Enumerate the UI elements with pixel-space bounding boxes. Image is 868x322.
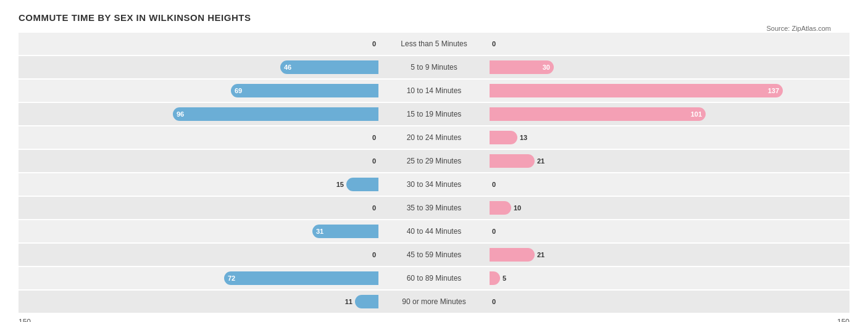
female-value-zero: 0 bbox=[492, 40, 496, 47]
male-value: 11 bbox=[345, 298, 353, 305]
male-value-zero: 0 bbox=[372, 204, 376, 212]
male-value-inside: 69 bbox=[231, 87, 242, 94]
male-value-zero: 0 bbox=[372, 40, 376, 47]
source-label: Source: ZipAtlas.com bbox=[766, 25, 831, 32]
female-bar bbox=[490, 131, 517, 144]
female-bar bbox=[490, 201, 511, 215]
male-value-zero: 0 bbox=[372, 157, 376, 165]
female-value-inside: 101 bbox=[691, 110, 706, 118]
female-value: 21 bbox=[537, 251, 545, 258]
male-bar: 72 bbox=[224, 271, 378, 285]
male-value-inside: 96 bbox=[173, 110, 184, 118]
male-value-inside: 46 bbox=[280, 64, 291, 71]
chart-row: 0Less than 5 Minutes0 bbox=[19, 33, 849, 55]
male-bar: 46 bbox=[280, 60, 378, 74]
row-label: 60 to 89 Minutes bbox=[378, 274, 490, 283]
chart-row: 1190 or more Minutes0 bbox=[19, 291, 849, 313]
chart-row: 020 to 24 Minutes13 bbox=[19, 126, 849, 149]
female-value: 13 bbox=[520, 134, 527, 141]
female-bar bbox=[490, 154, 535, 168]
row-label: Less than 5 Minutes bbox=[378, 39, 490, 48]
female-bar bbox=[490, 248, 535, 262]
female-value-zero: 0 bbox=[492, 181, 496, 188]
male-bar bbox=[355, 295, 378, 308]
female-value-zero: 0 bbox=[492, 298, 496, 305]
chart-row: 1530 to 34 Minutes0 bbox=[19, 173, 849, 196]
male-bar: 31 bbox=[312, 225, 378, 238]
female-value: 10 bbox=[514, 204, 521, 212]
row-label: 15 to 19 Minutes bbox=[378, 110, 490, 118]
chart-title: COMMUTE TIME BY SEX IN WILKINSON HEIGHTS bbox=[19, 12, 849, 23]
chart-row: 035 to 39 Minutes10 bbox=[19, 197, 849, 219]
row-label: 35 to 39 Minutes bbox=[378, 204, 490, 212]
male-value-zero: 0 bbox=[372, 134, 376, 141]
row-label: 5 to 9 Minutes bbox=[378, 63, 490, 72]
chart-row: 6910 to 14 Minutes137 bbox=[19, 80, 849, 102]
chart-row: 7260 to 89 Minutes5 bbox=[19, 267, 849, 289]
female-bar: 101 bbox=[490, 107, 706, 121]
row-label: 30 to 34 Minutes bbox=[378, 180, 490, 189]
male-value-inside: 72 bbox=[224, 275, 235, 282]
row-label: 25 to 29 Minutes bbox=[378, 157, 490, 165]
female-value: 5 bbox=[503, 275, 506, 282]
chart-row: 465 to 9 Minutes30 bbox=[19, 56, 849, 78]
female-bar bbox=[490, 271, 500, 285]
female-value-inside: 137 bbox=[768, 87, 783, 94]
axis-left: 150 bbox=[19, 318, 434, 322]
female-value: 21 bbox=[537, 157, 545, 165]
chart-row: 9615 to 19 Minutes101 bbox=[19, 103, 849, 125]
row-label: 20 to 24 Minutes bbox=[378, 133, 490, 142]
male-bar: 69 bbox=[231, 84, 378, 97]
female-bar: 30 bbox=[490, 60, 554, 74]
row-label: 10 to 14 Minutes bbox=[378, 86, 490, 95]
row-label: 40 to 44 Minutes bbox=[378, 227, 490, 236]
chart-row: 045 to 59 Minutes21 bbox=[19, 244, 849, 266]
chart-area: 0Less than 5 Minutes0465 to 9 Minutes306… bbox=[19, 33, 849, 313]
row-label: 90 or more Minutes bbox=[378, 297, 490, 306]
female-bar: 137 bbox=[490, 84, 783, 97]
female-value-inside: 30 bbox=[543, 64, 554, 71]
chart-row: 025 to 29 Minutes21 bbox=[19, 150, 849, 172]
male-bar: 96 bbox=[173, 107, 378, 121]
male-value-zero: 0 bbox=[372, 251, 376, 258]
axis-row: 150 150 bbox=[19, 318, 849, 322]
chart-row: 3140 to 44 Minutes0 bbox=[19, 220, 849, 242]
male-value-inside: 31 bbox=[312, 228, 323, 235]
axis-right: 150 bbox=[434, 318, 849, 322]
male-value: 15 bbox=[336, 181, 344, 188]
female-value-zero: 0 bbox=[492, 228, 496, 235]
row-label: 45 to 59 Minutes bbox=[378, 250, 490, 259]
male-bar bbox=[346, 178, 378, 191]
